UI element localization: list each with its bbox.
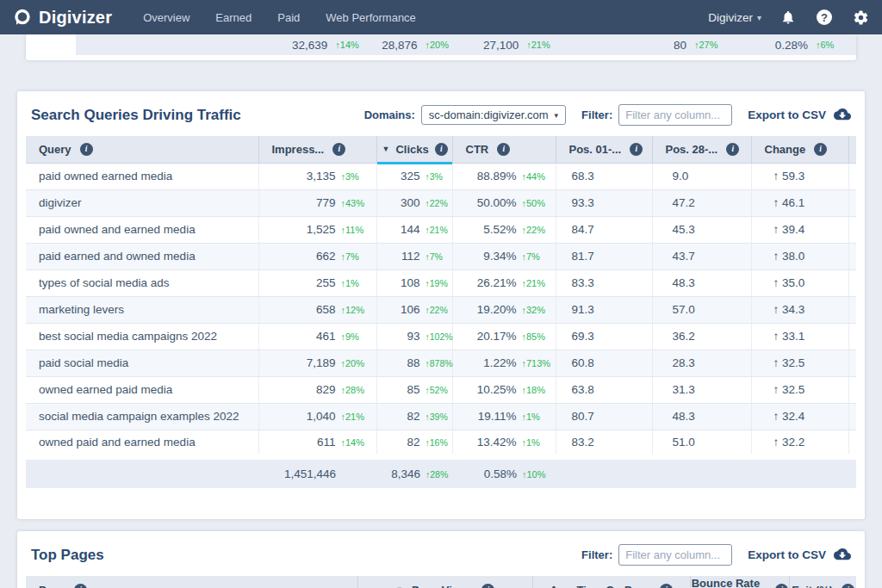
ctr-change: ↑1% (517, 437, 555, 448)
brand-logo[interactable]: Digivizer (12, 8, 112, 28)
table-row: owned earned paid media829↑28%85↑52%10.2… (26, 376, 856, 403)
col-header-page[interactable]: Pagei (26, 576, 358, 588)
info-icon[interactable]: i (497, 143, 510, 156)
search-queries-header: Search Queries Driving Traffic Domains: … (26, 91, 856, 136)
pos01-cell: 93.3 (556, 189, 652, 216)
top-pages-title: Top Pages (31, 547, 566, 564)
col-header-impressions[interactable]: Impress...i (258, 136, 376, 163)
cloud-download-icon (834, 108, 851, 121)
notifications-button[interactable] (779, 8, 798, 27)
info-icon[interactable]: i (481, 584, 494, 588)
info-icon[interactable]: i (842, 584, 854, 588)
export-csv-button[interactable]: Export to CSV (748, 108, 851, 121)
impressions-value: 658 (316, 303, 336, 316)
col-header-page-views[interactable]: ▼Page Viewsi (358, 576, 532, 588)
col-header-bounce-rate-[interactable]: Bounce Rate (%)i (690, 576, 790, 588)
col-header-ctr[interactable]: CTRi (452, 136, 556, 163)
pos28-cell: 43.7 (652, 243, 751, 269)
total-ctr: 0.58% (484, 467, 517, 480)
ctr-value: 50.00% (477, 196, 517, 209)
ctr-value: 13.42% (477, 436, 517, 449)
clicks-cell: 144↑21% (376, 216, 452, 243)
pos01-cell: 84.7 (556, 216, 652, 243)
change-cell: ↑ 46.1 (751, 189, 848, 216)
impressions-value: 7,189 (307, 356, 336, 369)
ctr-value: 19.11% (478, 410, 517, 423)
help-button[interactable]: ? (815, 8, 834, 27)
summary-value: 0.28% (775, 39, 808, 52)
col-header-change[interactable]: Changei (751, 136, 848, 163)
clicks-change: ↑21% (420, 225, 451, 235)
summary-change: ↑27% (686, 40, 731, 50)
search-queries-card: Search Queries Driving Traffic Domains: … (17, 91, 865, 519)
query-cell: owned earned paid media (26, 376, 258, 403)
info-icon[interactable]: i (332, 143, 345, 156)
digivizer-logo-icon (12, 8, 32, 28)
info-icon[interactable]: i (74, 584, 87, 588)
filter-input[interactable] (618, 104, 732, 126)
spacer-cell (848, 163, 856, 189)
account-menu[interactable]: Digivizer ▾ (708, 11, 761, 24)
nav-item-earned[interactable]: Earned (215, 11, 252, 24)
info-icon[interactable]: i (775, 584, 788, 588)
change-cell: ↑ 32.4 (751, 403, 848, 430)
spacer-cell (848, 430, 856, 456)
pos28-cell: 48.3 (652, 269, 751, 296)
bell-icon (780, 9, 796, 25)
filter-label: Filter: (581, 548, 612, 561)
ctr-cell: 5.52%↑22% (452, 216, 556, 243)
clicks-cell: 106↑22% (376, 296, 452, 323)
ctr-cell: 50.00%↑50% (452, 189, 556, 216)
navbar: Digivizer OverviewEarnedPaidWeb Performa… (0, 0, 882, 34)
change-cell: ↑ 39.4 (751, 216, 848, 243)
info-icon[interactable]: i (80, 143, 93, 156)
chevron-down-icon: ▾ (757, 13, 761, 22)
top-pages-filter-input[interactable] (618, 544, 732, 566)
change-cell: ↑ 32.2 (751, 430, 848, 456)
nav-item-paid[interactable]: Paid (277, 11, 300, 24)
ctr-value: 26.21% (477, 276, 517, 289)
clicks-value: 144 (401, 223, 420, 236)
col-header-inner: ▼Page Viewsi (359, 584, 531, 588)
col-header-inner: Bounce Rate (%)i (692, 577, 789, 588)
clicks-value: 106 (401, 303, 420, 316)
col-header-exit-[interactable]: Exit (%)i (790, 576, 856, 588)
ctr-cell: 19.20%↑32% (452, 296, 556, 323)
nav-item-overview[interactable]: Overview (143, 11, 189, 24)
spacer-cell (848, 269, 856, 296)
info-icon[interactable]: i (435, 143, 448, 156)
col-header-pos28[interactable]: Pos. 28-...i (652, 136, 751, 163)
summary-value: 28,876 (382, 39, 417, 52)
total-clicks-change: ↑28% (420, 469, 451, 480)
pos28-cell: 36.2 (652, 323, 751, 350)
clicks-value: 325 (401, 170, 420, 183)
clicks-change: ↑16% (420, 437, 451, 448)
domains-select[interactable]: sc-domain:digivizer.com ▾ (421, 105, 566, 125)
info-icon[interactable]: i (726, 143, 739, 156)
col-header-inner: Exit (%)i (791, 584, 855, 588)
col-header-pos01[interactable]: Pos. 01-...i (556, 136, 652, 163)
impressions-value: 1,525 (307, 223, 336, 236)
info-icon[interactable]: i (814, 143, 827, 156)
col-header-avg-time-on-page[interactable]: Avg. Time On Pagei (532, 576, 690, 588)
clicks-value: 88 (407, 356, 419, 369)
info-icon[interactable]: i (660, 584, 673, 588)
nav-item-web-performance[interactable]: Web Performance (326, 11, 416, 24)
impressions-cell: 3,135↑3% (258, 163, 376, 189)
ctr-change: ↑7% (517, 251, 555, 262)
summary-change: ↑21% (519, 40, 563, 50)
query-cell: paid owned and earned media (26, 216, 258, 243)
ctr-cell: 26.21%↑21% (452, 269, 556, 296)
total-impressions: 1,451,446 (284, 467, 336, 480)
ctr-cell: 9.34%↑7% (452, 243, 556, 269)
col-header-clicks[interactable]: ▼Clicksi (376, 136, 452, 163)
col-header-query[interactable]: Queryi (26, 136, 258, 163)
cloud-download-icon (834, 548, 851, 561)
totals-row: 1,451,446 8,346↑28% 0.58%↑10% (26, 456, 856, 488)
info-icon[interactable]: i (630, 143, 643, 156)
impressions-cell: 662↑7% (258, 243, 376, 269)
top-pages-export-csv-button[interactable]: Export to CSV (748, 548, 851, 561)
clicks-cell: 82↑39% (376, 403, 452, 430)
pos28-cell: 45.3 (652, 216, 751, 243)
settings-button[interactable] (851, 8, 870, 27)
